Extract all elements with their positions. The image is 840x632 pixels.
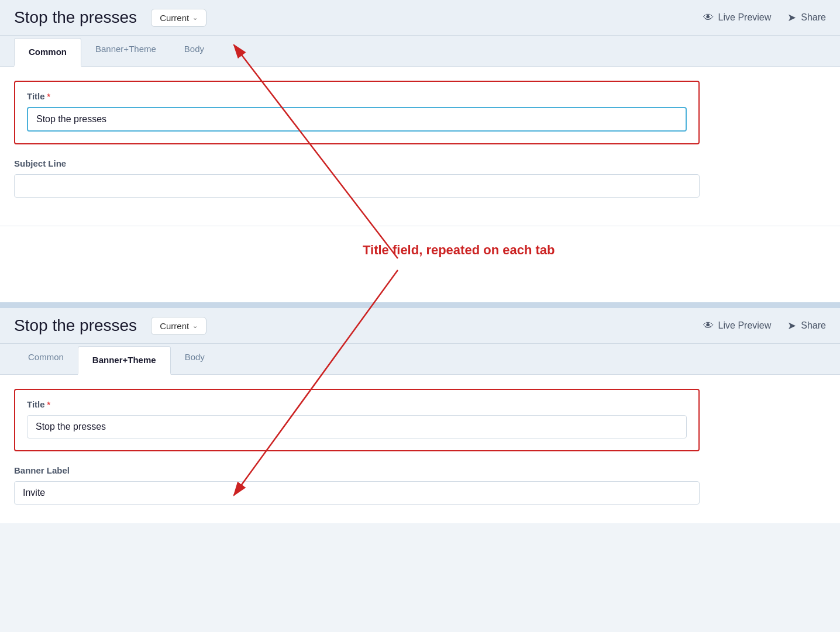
title-section-bottom: Title * (14, 389, 700, 451)
live-preview-label-bottom: Live Preview (718, 320, 772, 331)
eye-icon-bottom: 👁 (703, 320, 714, 332)
tab-banner-theme-top[interactable]: Banner+Theme (81, 36, 170, 67)
version-label-top: Current (160, 13, 189, 23)
share-button-bottom[interactable]: ➤ Share (787, 319, 826, 332)
eye-icon: 👁 (703, 12, 714, 24)
top-panel: Stop the presses Current ⌄ 👁 Live Previe… (0, 0, 840, 226)
tab-banner-theme-bottom[interactable]: Banner+Theme (78, 346, 171, 375)
live-preview-button-bottom[interactable]: 👁 Live Preview (703, 320, 772, 332)
banner-label-section: Banner Label (14, 465, 700, 505)
tab-common-top[interactable]: Common (14, 38, 81, 67)
title-section-top: Title * (14, 81, 700, 144)
header-actions-top: 👁 Live Preview ➤ Share (703, 11, 826, 24)
tabs-bar-bottom: Common Banner+Theme Body (0, 344, 840, 375)
bottom-panel-body: Title * Banner Label (0, 375, 714, 523)
live-preview-button-top[interactable]: 👁 Live Preview (703, 12, 772, 24)
banner-label-input[interactable] (14, 481, 700, 505)
live-preview-label-top: Live Preview (718, 12, 772, 23)
title-input-top[interactable] (27, 107, 687, 132)
tab-body-bottom[interactable]: Body (171, 344, 219, 375)
title-label-top: Title * (27, 91, 687, 101)
title-input-bottom[interactable] (27, 415, 687, 438)
top-panel-body: Title * Subject Line (0, 67, 714, 226)
subject-line-input-top[interactable] (14, 174, 700, 198)
subject-line-label-top: Subject Line (14, 158, 700, 168)
bottom-panel-header: Stop the presses Current ⌄ 👁 Live Previe… (0, 306, 840, 344)
banner-label-label: Banner Label (14, 465, 700, 475)
share-button-top[interactable]: ➤ Share (787, 11, 826, 24)
annotation-arrow-svg (0, 226, 840, 302)
required-star-bottom: * (47, 400, 50, 409)
share-icon-bottom: ➤ (787, 319, 796, 332)
share-icon: ➤ (787, 11, 796, 24)
annotation-label: Title field, repeated on each tab (363, 243, 555, 258)
tab-common-bottom[interactable]: Common (14, 344, 78, 375)
bottom-panel: Stop the presses Current ⌄ 👁 Live Previe… (0, 306, 840, 523)
title-label-bottom: Title * (27, 399, 687, 409)
tab-body-top[interactable]: Body (170, 36, 218, 67)
top-panel-header: Stop the presses Current ⌄ 👁 Live Previe… (0, 0, 840, 36)
subject-line-section-top: Subject Line (14, 158, 700, 198)
tabs-bar-top: Common Banner+Theme Body (0, 36, 840, 67)
share-label-top: Share (801, 12, 826, 23)
required-star-top: * (47, 92, 50, 101)
version-dropdown-bottom[interactable]: Current ⌄ (151, 317, 206, 335)
header-actions-bottom: 👁 Live Preview ➤ Share (703, 319, 826, 332)
chevron-down-icon-bottom: ⌄ (192, 322, 198, 330)
share-label-bottom: Share (801, 320, 826, 331)
annotation-area: Title field, repeated on each tab (0, 226, 840, 302)
chevron-down-icon: ⌄ (192, 14, 198, 22)
version-dropdown-top[interactable]: Current ⌄ (151, 9, 206, 27)
page-title: Stop the presses (14, 8, 137, 27)
bottom-page-title: Stop the presses (14, 316, 137, 335)
version-label-bottom: Current (160, 321, 189, 331)
